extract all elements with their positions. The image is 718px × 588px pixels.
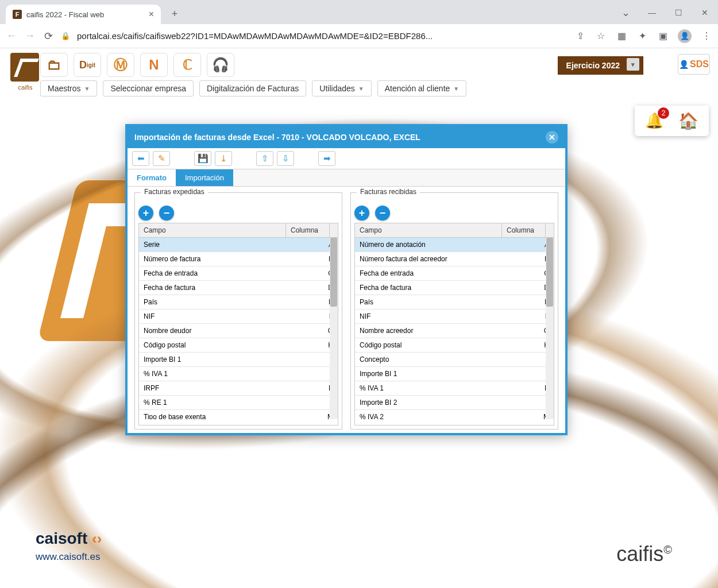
share-icon[interactable]: ⇪ [574, 30, 586, 42]
cell-campo: Nombre acreedor [355, 324, 510, 338]
cell-campo: Tipo de base exenta [139, 410, 294, 419]
window-dropdown-icon[interactable]: ⌄ [612, 1, 639, 24]
recibidas-add-button[interactable]: + [354, 206, 369, 220]
table-row[interactable]: Número de facturaB [139, 252, 338, 266]
header-folder-icon[interactable]: 🗀 [40, 53, 68, 77]
table-row[interactable]: Número factura del acreedorB [355, 252, 554, 266]
cell-campo: Fecha de factura [139, 281, 294, 295]
tb-edit-icon[interactable]: ✎ [153, 151, 170, 166]
ejercicio-selector[interactable]: Ejercicio 2022 [558, 56, 643, 75]
dialog-titlebar: Importación de facturas desde Excel - 70… [128, 126, 565, 148]
header-headset-icon[interactable]: 🎧 [207, 53, 234, 77]
col-header-columna[interactable]: Columna [286, 223, 330, 237]
window-minimize-button[interactable]: — [639, 1, 665, 24]
new-tab-button[interactable]: + [167, 6, 183, 22]
address-bar[interactable]: portalcai.es/caifis/caifisweb22?ID1=MDAw… [77, 31, 568, 41]
notifications-icon[interactable]: 🔔2 [645, 112, 663, 130]
table-row[interactable]: SerieA [139, 238, 338, 252]
qr-icon[interactable]: ▦ [616, 30, 627, 42]
table-row[interactable]: Nombre deudorG [139, 324, 338, 338]
table-row[interactable]: % IVA 1J [139, 367, 338, 381]
col-header-campo[interactable]: Campo [355, 223, 502, 237]
panel-recibidas: Facturas recibidas + − Campo Columna Núm… [350, 192, 558, 430]
cell-campo: Fecha de entrada [355, 266, 510, 280]
tb-sort-desc-icon[interactable]: ⇩ [277, 151, 294, 166]
home-icon[interactable]: 🏠 [678, 111, 698, 130]
table-row[interactable]: Número de anotaciónA [355, 238, 554, 252]
header-cc-icon[interactable]: ℂ [173, 53, 201, 77]
menu-utilidades[interactable]: Utilidades▼ [312, 80, 371, 96]
table-row[interactable]: IRPFK [139, 381, 338, 396]
window-maximize-button[interactable]: ☐ [665, 1, 692, 24]
cell-campo: Número factura del acreedor [355, 252, 510, 266]
table-row[interactable]: Fecha de entradaC [139, 266, 338, 281]
extensions-icon[interactable]: ✦ [636, 30, 648, 42]
menu-seleccionar-empresa[interactable]: Seleccionar empresa [103, 80, 194, 96]
menu-digitalizacion[interactable]: Digitalización de Facturas [199, 80, 306, 96]
tab-importacion[interactable]: Importación [176, 169, 233, 186]
grid-scrollbar[interactable] [546, 238, 554, 419]
tb-save-icon[interactable]: 💾 [194, 151, 211, 166]
table-row[interactable]: Fecha de facturaD [355, 281, 554, 295]
bookmark-star-icon[interactable]: ☆ [595, 30, 607, 42]
table-row[interactable]: Importe BI 1I [139, 353, 338, 367]
header-m-icon[interactable]: Ⓜ [107, 53, 134, 77]
chrome-menu-icon[interactable]: ⋮ [701, 30, 712, 42]
footer-site-link[interactable]: www.caisoft.es [36, 551, 102, 563]
tb-export-icon[interactable]: ➡ [318, 151, 335, 166]
tab-formato[interactable]: Formato [128, 169, 176, 186]
dialog-close-button[interactable]: ✕ [546, 131, 558, 144]
tb-download-icon[interactable]: ⤓ [215, 151, 232, 166]
expedidas-add-button[interactable]: + [138, 206, 153, 220]
table-row[interactable]: Importe BI 1J [355, 367, 554, 381]
sidepanel-icon[interactable]: ▣ [657, 30, 669, 42]
table-row[interactable]: ConceptoI [355, 353, 554, 367]
table-row[interactable]: Código postalH [139, 338, 338, 353]
table-row[interactable]: Tipo de base exentaM [139, 410, 338, 419]
cell-campo: % IVA 1 [355, 381, 510, 395]
expedidas-remove-button[interactable]: − [159, 206, 174, 220]
lock-icon[interactable]: 🔒 [61, 32, 70, 40]
cell-campo: % IVA 2 [355, 410, 510, 419]
tb-sort-asc-icon[interactable]: ⇧ [256, 151, 273, 166]
table-row[interactable]: PaísE [355, 295, 554, 310]
nav-back-icon[interactable]: ← [6, 30, 17, 42]
header-n-icon[interactable]: N [140, 53, 168, 77]
table-row[interactable]: % RE 1L [139, 396, 338, 410]
browser-tab[interactable]: F caifis 2022 - Fiscal web × [6, 5, 161, 24]
tab-favicon: F [13, 10, 22, 19]
table-row[interactable]: % IVA 2M [355, 410, 554, 419]
col-header-campo[interactable]: Campo [139, 223, 286, 237]
sds-button[interactable]: SDS [678, 54, 710, 75]
table-row[interactable]: NIFF [139, 310, 338, 324]
panel-legend-recibidas: Facturas recibidas [357, 188, 420, 196]
col-header-columna[interactable]: Columna [502, 223, 546, 237]
footer-brand-left: caisoft ‹› www.caisoft.es [36, 529, 102, 563]
table-row[interactable]: % IVA 1K [355, 381, 554, 396]
recibidas-remove-button[interactable]: − [375, 206, 390, 220]
cell-campo: % RE 1 [139, 396, 294, 409]
table-row[interactable]: Fecha de facturaD [139, 281, 338, 295]
table-row[interactable]: Importe BI 2L [355, 396, 554, 410]
nav-forward-icon[interactable]: → [24, 30, 36, 42]
window-close-button[interactable]: ✕ [692, 1, 718, 24]
table-row[interactable]: Fecha de entradaC [355, 266, 554, 281]
table-row[interactable]: NIFF [355, 310, 554, 324]
cell-campo: IRPF [139, 381, 294, 395]
table-row[interactable]: Código postalH [355, 338, 554, 353]
menu-atencion-cliente[interactable]: Atención al cliente▼ [377, 80, 467, 96]
cell-campo: Fecha de entrada [139, 266, 294, 280]
cell-campo: Serie [139, 238, 294, 252]
grid-scrollbar[interactable] [330, 238, 338, 419]
footer-brand-right: caifis© [616, 542, 672, 566]
floating-actions: 🔔2 🏠 [635, 106, 709, 136]
nav-reload-icon[interactable]: ⟳ [43, 30, 54, 42]
table-row[interactable]: Nombre acreedorG [355, 324, 554, 338]
menu-maestros[interactable]: Maestros▼ [40, 80, 97, 96]
tb-open-icon[interactable]: ⬅ [132, 151, 149, 166]
app-logo-icon[interactable] [10, 53, 39, 82]
profile-avatar-icon[interactable]: 👤 [678, 29, 692, 43]
tab-close-icon[interactable]: × [149, 9, 154, 20]
table-row[interactable]: PaísE [139, 295, 338, 310]
header-digit-icon[interactable]: Digit [74, 53, 101, 77]
